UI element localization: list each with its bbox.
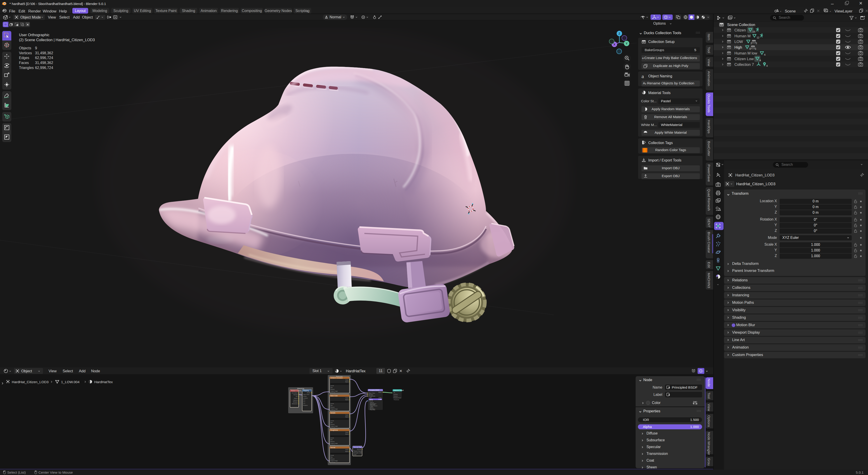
svg-text:Z: Z	[618, 32, 620, 35]
svg-text:Type: Point: Type: Point	[303, 394, 309, 395]
svg-text:Thickness: Thickness	[394, 399, 399, 400]
svg-text:Repeat: Repeat	[331, 458, 335, 459]
svg-text:0 m: 0 m	[303, 403, 305, 404]
svg-text:Linear: Linear	[331, 437, 334, 439]
svg-text:Normal: Normal	[293, 394, 298, 395]
svg-text:0 m: 0 m	[303, 401, 305, 403]
svg-text:Single Image: Single Image	[331, 425, 338, 427]
svg-text:Single Image: Single Image	[331, 408, 338, 410]
svg-text:Camera: Camera	[293, 399, 298, 401]
svg-text:Alpha: Alpha	[345, 451, 348, 452]
svg-text:Normal: Normal	[357, 448, 361, 450]
svg-text:Single Image: Single Image	[331, 460, 338, 462]
svg-text:Linear: Linear	[331, 455, 334, 456]
svg-text:Color: Color	[345, 432, 348, 433]
svg-text:Y: Y	[626, 42, 628, 45]
svg-text:Metallic: Metallic	[369, 394, 373, 395]
svg-text:Principled BSDF: Principled BSDF	[369, 389, 379, 391]
svg-text:Color: Color	[353, 454, 356, 455]
svg-text:Roughness: Roughness	[369, 395, 375, 397]
svg-text:4: 4	[764, 53, 766, 56]
svg-text:Ambient Occlusion: Ambient Occlusion	[331, 377, 343, 379]
svg-text:Normal: Normal	[369, 400, 373, 402]
svg-text:Alpha: Alpha	[345, 381, 348, 383]
svg-text:Object: Object	[294, 398, 298, 399]
svg-text:Linear: Linear	[331, 403, 334, 404]
svg-text:Tangent Space: Tangent Space	[353, 450, 362, 452]
svg-text:Color: Color	[345, 449, 348, 450]
svg-text:Color: Color	[345, 397, 348, 398]
svg-text:Color: Color	[345, 379, 348, 381]
svg-text:Alpha: Alpha	[345, 434, 348, 435]
svg-text:Window: Window	[293, 401, 298, 403]
svg-text:0 m: 0 m	[303, 399, 305, 400]
svg-text:Mapping: Mapping	[297, 387, 304, 389]
svg-text:Repeat: Repeat	[331, 424, 335, 425]
svg-text:Alpha: Alpha	[345, 399, 348, 400]
svg-text:3: 3	[756, 42, 757, 44]
svg-text:All: All	[394, 392, 395, 393]
svg-text:Rotation: Rotation	[303, 405, 308, 406]
svg-text:Texture Coordin...: Texture Coordin...	[291, 390, 303, 391]
svg-text:Color: Color	[345, 414, 348, 416]
svg-text:Base Color: Base Color	[331, 395, 338, 396]
svg-text:Volume: Volume	[394, 395, 398, 397]
svg-text:Strength 1.000: Strength 1.000	[353, 452, 362, 453]
svg-text:Color Sp...: Color Sp...	[331, 410, 336, 411]
svg-text:BSDF: BSDF	[378, 391, 382, 393]
svg-text:Alpha: Alpha	[369, 399, 373, 400]
svg-text:Flat: Flat	[331, 387, 333, 388]
svg-text:4: 4	[760, 59, 761, 62]
svg-text:Single Image: Single Image	[331, 443, 338, 444]
svg-text:› Thin Film: › Thin Film	[369, 409, 375, 411]
svg-text:Reflection: Reflection	[292, 403, 298, 405]
svg-text:Normal: Normal	[331, 447, 336, 448]
svg-text:Linear: Linear	[331, 385, 334, 386]
svg-text:Flat: Flat	[331, 439, 333, 440]
svg-text:Normal Map: Normal Map	[353, 446, 362, 448]
svg-text:Vector: Vector	[303, 395, 307, 397]
svg-text:X: X	[614, 43, 616, 46]
svg-text:Flat: Flat	[331, 405, 333, 406]
svg-text:1.000: 1.000	[378, 399, 382, 400]
svg-text:Color Sp...: Color Sp...	[331, 427, 336, 428]
svg-text:Color Sp...: Color Sp...	[331, 392, 336, 393]
svg-text:UV: UV	[296, 396, 298, 397]
svg-text:Mapping: Mapping	[303, 390, 309, 391]
svg-text:Base Color: Base Color	[369, 392, 375, 394]
svg-text:Location: Location	[303, 397, 308, 399]
svg-text:Metallic: Metallic	[331, 412, 336, 414]
svg-text:Surface: Surface	[394, 393, 398, 395]
svg-text:Flat: Flat	[331, 422, 333, 423]
svg-text:Repeat: Repeat	[331, 407, 335, 408]
svg-text:Single Image: Single Image	[331, 390, 338, 392]
svg-text:1.500: 1.500	[378, 397, 381, 398]
svg-text:Color Sp...: Color Sp...	[331, 462, 336, 463]
svg-text:Repeat: Repeat	[331, 441, 335, 442]
svg-text:Alpha: Alpha	[345, 416, 348, 418]
svg-text:Generated: Generated	[291, 392, 298, 393]
svg-text:3: 3	[755, 48, 756, 50]
svg-text:IOR: IOR	[369, 397, 372, 398]
svg-text:4: 4	[766, 64, 768, 67]
svg-text:Vector: Vector	[307, 392, 310, 393]
svg-text:Color Sp...: Color Sp...	[331, 444, 336, 446]
svg-text:Repeat: Repeat	[331, 389, 335, 390]
svg-text:Flat: Flat	[331, 456, 333, 458]
svg-text:Roughness: Roughness	[331, 429, 338, 431]
svg-text:Linear: Linear	[331, 420, 334, 421]
svg-text:Material Output: Material Output	[394, 389, 404, 391]
svg-text:Displacement: Displacement	[394, 397, 401, 398]
